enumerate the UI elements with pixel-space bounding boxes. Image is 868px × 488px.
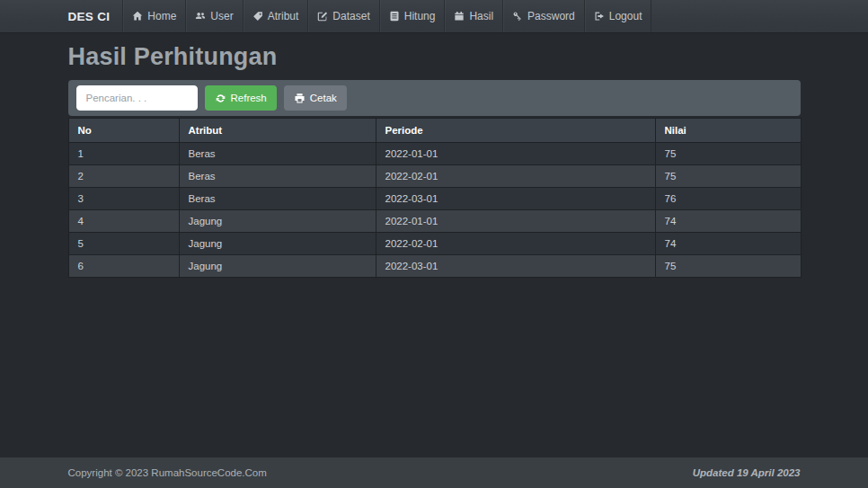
table-cell: 76 <box>655 188 801 210</box>
nav-item-dataset[interactable]: Dataset <box>307 0 378 32</box>
nav-item-label: Dataset <box>332 10 369 22</box>
copyright-text: Copyright © 2023 RumahSourceCode.Com <box>68 467 267 478</box>
search-input[interactable] <box>76 85 198 111</box>
column-header-atribut: Atribut <box>179 119 376 143</box>
nav-item-hasil[interactable]: Hasil <box>444 0 502 32</box>
toolbar: Refresh Cetak <box>68 80 801 116</box>
nav-item-label: Home <box>147 10 176 22</box>
table-cell: 74 <box>655 210 801 233</box>
table-cell: Jagung <box>179 255 376 278</box>
tag-icon <box>252 11 263 22</box>
table-cell: 3 <box>68 188 179 210</box>
refresh-button-label: Refresh <box>231 93 267 103</box>
table-row: 1Beras2022-01-0175 <box>68 143 801 165</box>
nav-item-label: Logout <box>609 10 642 22</box>
navbar: DES CI HomeUserAtributDatasetHitungHasil… <box>0 0 868 33</box>
footer: Copyright © 2023 RumahSourceCode.Com Upd… <box>0 457 868 488</box>
key-icon <box>512 11 523 22</box>
nav-item-logout[interactable]: Logout <box>584 0 652 32</box>
nav-item-label: Hasil <box>469 10 493 22</box>
nav-item-label: Atribut <box>268 10 299 22</box>
table-cell: 2022-02-01 <box>376 165 655 188</box>
table-header-row: No Atribut Periode Nilai <box>68 119 801 143</box>
table-cell: 1 <box>68 143 179 165</box>
nav-item-home[interactable]: Home <box>122 0 185 32</box>
refresh-button[interactable]: Refresh <box>205 85 277 111</box>
column-header-nilai: Nilai <box>655 119 801 143</box>
edit-icon <box>317 11 328 22</box>
table-cell: 5 <box>68 233 179 255</box>
table-row: 2Beras2022-02-0175 <box>68 165 801 188</box>
table-row: 6Jagung2022-03-0175 <box>68 255 801 278</box>
table-cell: Jagung <box>179 210 376 233</box>
results-table: No Atribut Periode Nilai 1Beras2022-01-0… <box>68 118 802 278</box>
table-cell: 2022-03-01 <box>376 188 655 210</box>
print-button[interactable]: Cetak <box>284 85 347 111</box>
table-cell: 75 <box>655 165 801 188</box>
nav-item-atribut[interactable]: Atribut <box>243 0 308 32</box>
users-icon <box>195 11 206 22</box>
table-cell: 75 <box>655 143 801 165</box>
table-cell: 2022-01-01 <box>376 210 655 233</box>
column-header-periode: Periode <box>376 119 655 143</box>
refresh-icon <box>215 93 226 104</box>
home-icon <box>132 11 143 22</box>
table-cell: Beras <box>179 188 376 210</box>
nav-item-password[interactable]: Password <box>502 0 584 32</box>
table-row: 3Beras2022-03-0176 <box>68 188 801 210</box>
nav-item-label: Hitung <box>404 10 436 22</box>
table-row: 5Jagung2022-02-0174 <box>68 233 801 255</box>
page-title: Hasil Perhitungan <box>68 43 801 71</box>
logout-icon <box>594 11 605 22</box>
updated-text: Updated 19 April 2023 <box>693 467 801 478</box>
nav-item-label: Password <box>527 10 575 22</box>
table-cell: 74 <box>655 233 801 255</box>
table-cell: 6 <box>68 255 179 278</box>
nav-menu: HomeUserAtributDatasetHitungHasilPasswor… <box>122 0 651 32</box>
nav-item-label: User <box>210 10 233 22</box>
table-row: 4Jagung2022-01-0174 <box>68 210 801 233</box>
table-cell: Beras <box>179 143 376 165</box>
table-cell: 75 <box>655 255 801 278</box>
table-cell: 2022-03-01 <box>376 255 655 278</box>
table-cell: 2 <box>68 165 179 188</box>
column-header-no: No <box>68 119 179 143</box>
printer-icon <box>294 93 306 104</box>
table-cell: 2022-01-01 <box>376 143 655 165</box>
table-cell: Beras <box>179 165 376 188</box>
table-cell: 2022-02-01 <box>376 233 655 255</box>
calendar-icon <box>454 11 465 22</box>
nav-item-user[interactable]: User <box>185 0 242 32</box>
print-button-label: Cetak <box>310 93 337 103</box>
nav-item-hitung[interactable]: Hitung <box>379 0 445 32</box>
table-cell: Jagung <box>179 233 376 255</box>
list-icon <box>389 11 400 22</box>
brand[interactable]: DES CI <box>68 0 123 32</box>
table-cell: 4 <box>68 210 179 233</box>
